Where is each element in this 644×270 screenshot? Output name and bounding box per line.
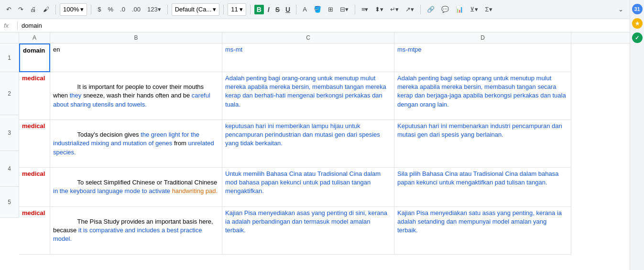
formula-divider [17,22,18,30]
separator-4 [223,5,224,14]
row-numbers: 1 2 3 4 5 [0,43,19,270]
table-row: medical Today's decision gives the green… [19,120,630,168]
check-icon[interactable]: ✓ [632,32,643,43]
table-row: medical The Pisa Study provides an impor… [19,207,630,255]
cell-d3[interactable]: Keputusan hari ini membenarkan industri … [394,120,571,168]
separator-3 [167,5,168,14]
fx-label: fx [4,22,13,29]
underline-button[interactable]: U [284,4,292,15]
font-family-value: Default (Ca... [175,6,212,13]
cell-a2[interactable]: medical [19,72,50,120]
b2-they: they [70,92,82,99]
paint-format-button[interactable]: 🖌 [41,4,52,15]
font-size-chevron-icon: ▾ [240,6,243,13]
cell-d4[interactable]: Sila pilih Bahasa Cina atau Tradisional … [394,168,571,207]
col-header-b[interactable]: B [50,32,222,43]
cell-a3[interactable]: medical [19,120,50,168]
row-num-4[interactable]: 4 [0,151,19,187]
col-header-a[interactable]: A [19,32,50,43]
comment-button[interactable]: 💬 [439,4,451,15]
text-color-button[interactable]: A [300,4,309,15]
separator-7 [355,5,355,14]
percent-button[interactable]: % [105,4,116,15]
valign-button[interactable]: ⬍▾ [372,4,386,15]
spreadsheet: A B C D 1 2 3 4 5 domai [0,32,630,270]
undo-button[interactable]: ↶ [4,4,14,15]
corner-header [0,32,19,43]
row-num-1[interactable]: 1 [0,43,19,72]
cell-a5[interactable]: medical [19,207,50,255]
bold-button[interactable]: B [254,5,264,14]
formula-content: domain [22,22,42,29]
function-button[interactable]: Σ▾ [482,4,494,15]
grid-body: 1 2 3 4 5 domain en ms-mt ms-mtpe [0,43,630,270]
fill-color-button[interactable]: 🪣 [311,4,324,15]
align-button[interactable]: ≡▾ [359,4,371,15]
font-chevron-icon: ▾ [213,6,216,13]
col-header-c[interactable]: C [222,32,394,43]
grid-rows: domain en ms-mt ms-mtpe medical It is im… [19,43,630,270]
link-button[interactable]: 🔗 [425,4,437,15]
borders-button[interactable]: ⊞ [326,4,336,15]
cell-c2[interactable]: Adalah penting bagi orang-orang untuk me… [222,72,394,120]
col-header-d[interactable]: D [394,32,571,43]
font-size-value: 11 [231,6,238,13]
currency-button[interactable]: $ [95,4,103,15]
calendar-icon[interactable]: 31 [632,4,643,14]
star-icon[interactable]: ★ [632,18,643,29]
cell-b2[interactable]: It is important for people to cover thei… [50,72,222,120]
table-row: medical To select Simplified Chinese or … [19,168,630,207]
cell-c4[interactable]: Untuk memilih Bahasa Cina atau Tradision… [222,168,394,207]
row-num-3[interactable]: 3 [0,115,19,151]
column-headers: A B C D [0,32,630,43]
table-row: domain en ms-mt ms-mtpe [19,43,630,72]
cell-a4[interactable]: medical [19,168,50,207]
rotate-button[interactable]: ↗▾ [403,4,416,15]
format-123-button[interactable]: 123▾ [145,4,164,15]
separator-2 [91,5,91,14]
font-size-dropdown[interactable]: 11 ▾ [228,3,246,16]
expand-button[interactable]: ⌄ [616,4,626,15]
cell-c1[interactable]: ms-mt [222,43,394,72]
zoom-chevron-icon: ▾ [80,6,84,13]
redo-button[interactable]: ↷ [16,4,26,15]
separator-8 [420,5,421,14]
cell-d1[interactable]: ms-mtpe [394,43,571,72]
font-family-dropdown[interactable]: Default (Ca... ▾ [172,3,220,16]
row-num-2[interactable]: 2 [0,72,19,115]
cell-c5[interactable]: Kajian Pisa menyediakan asas yang pentin… [222,207,394,255]
b2-text-2: sneeze, wash their hands often and be [81,92,192,99]
separator-1 [55,5,56,14]
filter-button[interactable]: ⊻▾ [468,4,480,15]
zoom-dropdown[interactable]: 100% ▾ [60,3,87,16]
table-row: medical It is important for people to co… [19,72,630,120]
cell-b1[interactable]: en [50,43,222,72]
strikethrough-button[interactable]: S [273,4,282,15]
decimal-increase-button[interactable]: .00 [130,4,143,15]
cell-b5[interactable]: The Pisa Study provides an important bas… [50,207,222,255]
row-num-5[interactable]: 5 [0,187,19,218]
zoom-value: 100% [63,6,79,13]
b4-text-1: To select Simplified Chinese or Traditio… [77,179,219,186]
wrap-button[interactable]: ↵▾ [388,4,401,15]
cell-c3[interactable]: keputusan hari ini memberikan lampu hija… [222,120,394,168]
merge-button[interactable]: ⊟▾ [338,4,351,15]
separator-5 [250,5,251,14]
chart-button[interactable]: 📊 [453,4,466,15]
toolbar: ↶ ↷ 🖨 🖌 100% ▾ $ % .0 .00 123▾ Default (… [0,0,630,19]
cell-d2[interactable]: Adalah penting bagi setiap oprang untuk … [394,72,571,120]
print-button[interactable]: 🖨 [28,4,39,15]
b4-in: in the keyboard language mode to activat… [53,187,172,194]
b4-handwriting: handwriting pad. [172,187,218,194]
formula-bar: fx domain [0,19,630,32]
b3-text-1: Today's decision gives [77,131,141,138]
cell-b4[interactable]: To select Simplified Chinese or Traditio… [50,168,222,207]
separator-6 [296,5,296,14]
cell-b3[interactable]: Today's decision gives the green light f… [50,120,222,168]
cell-a1[interactable]: domain [19,43,50,72]
decimal-decrease-button[interactable]: .0 [118,4,128,15]
side-panel: 31 ★ ✓ [630,0,644,270]
italic-button[interactable]: I [266,4,272,15]
b3-text-2: from [174,140,188,147]
cell-d5[interactable]: Kajian Pisa menyediakan satu asas yang p… [394,207,571,255]
